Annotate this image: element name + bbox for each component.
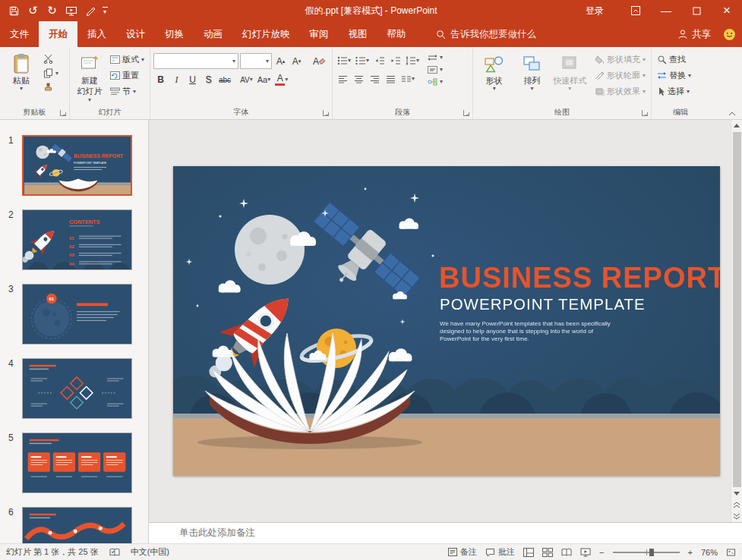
change-case-button[interactable]: Aa▾ <box>256 72 272 87</box>
start-slideshow-button[interactable] <box>62 2 81 20</box>
clear-formatting-button[interactable]: A <box>311 54 327 69</box>
undo-button[interactable]: ↺ <box>24 2 43 20</box>
tab-transitions[interactable]: 切换 <box>155 21 194 47</box>
canvas-scrollbar[interactable] <box>731 120 742 522</box>
reset-button[interactable]: 重置 <box>108 69 147 82</box>
font-name-combobox[interactable]: ▾ <box>153 53 238 69</box>
slide-sorter-view-button[interactable] <box>542 548 553 557</box>
strikethrough-button[interactable]: abc <box>217 72 232 87</box>
numbering-button[interactable]: ▾ <box>354 53 371 68</box>
slide-editor[interactable]: BUSINESS REPORT POWERPOINT TEMPLATE We h… <box>173 166 720 476</box>
tab-animations[interactable]: 动画 <box>194 21 232 47</box>
customize-qat-button[interactable]: ▾ <box>99 2 110 20</box>
thumbnail-item-6[interactable]: 6 <box>0 507 148 543</box>
scrollbar-thumb[interactable] <box>733 132 741 487</box>
paste-button[interactable]: 粘贴 ▾ <box>3 49 39 92</box>
slide-title-text[interactable]: BUSINESS REPORT <box>439 262 720 294</box>
sign-in-button[interactable]: 登录 <box>586 5 604 17</box>
scroll-down-button[interactable] <box>731 488 742 499</box>
new-slide-button[interactable]: 新建 幻灯片 ▾ <box>73 49 106 103</box>
arrange-button[interactable]: 排列 ▾ <box>514 49 551 92</box>
select-button[interactable]: 选择▾ <box>655 85 693 98</box>
ribbon-display-options-button[interactable] <box>620 0 651 21</box>
shape-effects-button[interactable]: 形状效果▾ <box>592 85 648 98</box>
redo-button[interactable]: ↻ <box>43 2 62 20</box>
find-button[interactable]: 查找 <box>655 53 693 66</box>
character-spacing-button[interactable]: AV▾ <box>238 72 254 87</box>
slide-thumbnail-1[interactable]: BUSINESS REPORT POWERPOINT TEMPLATE <box>22 135 132 196</box>
zoom-in-button[interactable]: + <box>688 548 693 557</box>
comments-toggle-button[interactable]: 批注 <box>485 546 515 558</box>
font-color-button[interactable]: A▾ <box>273 72 289 87</box>
zoom-slider[interactable] <box>613 552 680 553</box>
copy-button[interactable]: ▾ <box>41 68 61 79</box>
previous-slide-button[interactable] <box>731 499 742 511</box>
thumbnail-item-1[interactable]: 1 BUSINESS REPORT POWERPOI <box>0 135 148 196</box>
cut-button[interactable] <box>41 53 61 64</box>
normal-view-button[interactable] <box>523 548 534 557</box>
quick-styles-button[interactable]: 快速样式 ▾ <box>551 49 588 92</box>
collapse-ribbon-button[interactable] <box>728 112 736 116</box>
replace-button[interactable]: 替换▾ <box>655 69 693 82</box>
align-center-button[interactable] <box>352 71 366 87</box>
slide-thumbnail-6[interactable] <box>22 507 132 543</box>
notes-placeholder[interactable]: 单击此处添加备注 <box>179 527 255 540</box>
thumbnail-item-3[interactable]: 3 01 <box>0 284 148 344</box>
zoom-slider-knob[interactable] <box>649 549 654 556</box>
shapes-button[interactable]: 形状 ▾ <box>476 49 513 92</box>
slide-thumbnail-5[interactable] <box>22 433 132 493</box>
thumbnail-item-4[interactable]: 4 <box>0 358 148 419</box>
italic-button[interactable]: I <box>169 72 184 87</box>
zoom-out-button[interactable]: − <box>599 548 604 557</box>
increase-font-size-button[interactable]: A▴ <box>273 54 288 69</box>
maximize-button[interactable] <box>681 0 712 21</box>
section-button[interactable]: 节▾ <box>108 85 147 98</box>
columns-button[interactable]: ▾ <box>399 71 416 87</box>
font-size-combobox[interactable]: ▾ <box>240 53 272 69</box>
save-button[interactable] <box>5 2 24 20</box>
align-text-button[interactable]: ▾ <box>425 65 445 74</box>
scroll-up-button[interactable] <box>731 120 742 131</box>
shape-fill-button[interactable]: 形状填充▾ <box>592 53 648 66</box>
thumbnail-item-5[interactable]: 5 <box>0 433 148 493</box>
slide-thumbnail-3[interactable]: 01 <box>22 284 132 344</box>
tab-slideshow[interactable]: 幻灯片放映 <box>232 21 300 47</box>
underline-button[interactable]: U <box>185 72 200 87</box>
format-painter-button[interactable] <box>41 82 61 93</box>
bullets-button[interactable]: ▾ <box>336 53 352 68</box>
language-indicator[interactable]: 中文(中国) <box>131 546 169 558</box>
bold-button[interactable]: B <box>153 72 168 87</box>
zoom-level[interactable]: 76% <box>701 548 718 557</box>
increase-indent-button[interactable] <box>388 53 403 68</box>
pen-annotate-button[interactable] <box>81 2 99 20</box>
line-spacing-button[interactable]: ▾ <box>404 53 421 68</box>
slideshow-view-button[interactable] <box>580 548 591 557</box>
slide-subtitle-text[interactable]: POWERPOINT TEMPLATE <box>440 295 646 313</box>
text-direction-button[interactable]: ▾ <box>425 53 445 62</box>
layout-button[interactable]: 版式▾ <box>108 53 147 66</box>
align-right-button[interactable] <box>368 71 382 87</box>
close-button[interactable]: × <box>712 0 742 21</box>
thumbnail-item-2[interactable]: 2 CONTENTS 01 02 03 04 <box>0 209 148 270</box>
convert-to-smartart-button[interactable]: ▾ <box>425 77 445 87</box>
slide-thumbnail-2[interactable]: CONTENTS 01 02 03 04 <box>22 209 132 270</box>
font-dialog-launcher[interactable] <box>323 110 329 116</box>
tab-view[interactable]: 视图 <box>339 21 377 47</box>
text-shadow-button[interactable]: S <box>201 72 216 87</box>
next-slide-button[interactable] <box>731 511 742 522</box>
tab-design[interactable]: 设计 <box>116 21 155 47</box>
notes-pane[interactable]: 单击此处添加备注 <box>149 522 742 543</box>
drawing-dialog-launcher[interactable] <box>642 110 648 116</box>
align-left-button[interactable] <box>336 71 350 87</box>
minimize-button[interactable]: — <box>651 0 681 21</box>
feedback-smiley-button[interactable] <box>723 28 736 41</box>
tab-file[interactable]: 文件 <box>0 21 39 47</box>
tab-review[interactable]: 审阅 <box>300 21 339 47</box>
slide-thumbnail-panel[interactable]: 1 BUSINESS REPORT POWERPOI <box>0 120 149 543</box>
tab-insert[interactable]: 插入 <box>77 21 116 47</box>
proofing-button[interactable] <box>109 548 120 557</box>
slide-thumbnail-4[interactable] <box>22 358 132 419</box>
notes-toggle-button[interactable]: 备注 <box>448 546 477 558</box>
reading-view-button[interactable] <box>561 548 572 557</box>
decrease-font-size-button[interactable]: A▾ <box>289 54 304 69</box>
